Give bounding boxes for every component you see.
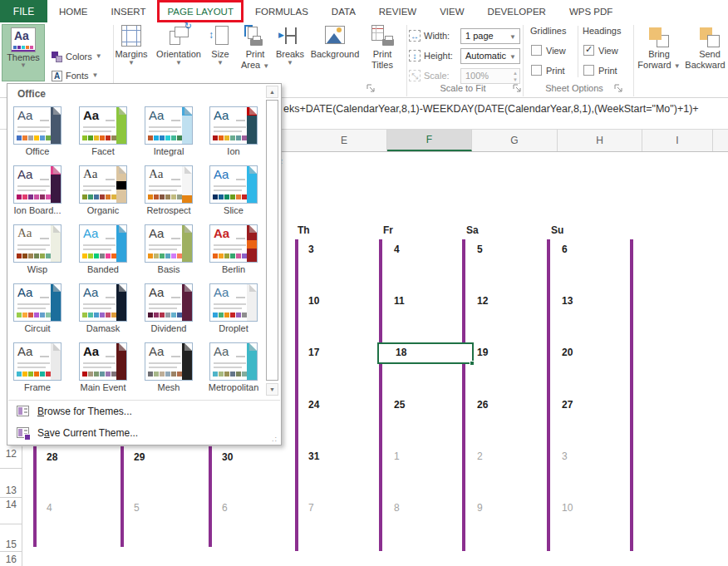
fill-handle[interactable] [470, 361, 475, 366]
calendar-day-cell[interactable]: 26 [477, 399, 488, 411]
theme-thumbnail-circuit[interactable]: Aa [13, 283, 61, 322]
page-setup-dialog-launcher[interactable] [366, 84, 376, 93]
breaks-button[interactable]: ▶ Breaks ▼ [273, 24, 307, 66]
calendar-day-cell[interactable]: 1 [394, 450, 400, 462]
tab-file[interactable]: FILE [0, 0, 47, 22]
calendar-day-cell[interactable]: 6 [562, 244, 568, 255]
calendar-day-cell[interactable]: 30 [222, 451, 233, 463]
headings-print-checkbox[interactable]: Print [583, 65, 617, 76]
calendar-day-cell[interactable]: 3 [308, 244, 314, 255]
headings-view-checkbox[interactable]: View [583, 45, 618, 56]
tab-insert[interactable]: INSERT [100, 0, 158, 22]
background-button[interactable]: Background [307, 24, 362, 60]
theme-thumbnail-slice[interactable]: Aa [209, 165, 258, 204]
orientation-button[interactable]: ↻ Orientation ▼ [153, 24, 204, 66]
calendar-day-cell[interactable]: 24 [308, 399, 319, 411]
column-header-f[interactable]: F [387, 130, 472, 151]
calendar-day-cell[interactable]: 17 [308, 347, 319, 358]
browse-for-themes-item[interactable]: Browse for Themes... [8, 401, 280, 422]
calendar-day-cell[interactable]: 3 [562, 450, 568, 462]
gridlines-print-checkbox[interactable]: Print [531, 65, 565, 76]
theme-thumbnail-mesh[interactable]: Aa [145, 342, 193, 381]
calendar-day-cell[interactable]: 31 [308, 450, 319, 462]
calendar-day-cell[interactable]: 11 [394, 295, 405, 307]
calendar-day-cell[interactable]: 13 [562, 295, 573, 307]
column-header-e[interactable]: E [302, 130, 387, 151]
theme-thumbnail-droplet[interactable]: Aa [209, 283, 258, 322]
theme-thumbnail-ion-board[interactable]: Aa [13, 165, 61, 204]
row-header-12[interactable]: 12 [6, 448, 17, 460]
row-header-14[interactable]: 14 [6, 499, 17, 510]
theme-thumbnail-banded[interactable]: Aa [79, 224, 127, 263]
theme-colors-button[interactable]: Colors ▼ [52, 48, 102, 65]
theme-fonts-button[interactable]: A Fonts ▼ [52, 67, 98, 84]
theme-thumbnail-organic[interactable]: Aa [79, 165, 127, 204]
height-dropdown[interactable]: Automatic▼ [460, 48, 520, 64]
theme-thumbnail-ion[interactable]: Aa [209, 106, 258, 145]
theme-thumbnail-retrospect[interactable]: Aa [145, 165, 193, 204]
theme-thumbnail-main-event[interactable]: Aa [79, 342, 127, 381]
column-header-h[interactable]: H [558, 130, 642, 151]
scroll-up-icon[interactable]: ▲ [266, 86, 278, 98]
scroll-down-icon[interactable]: ▼ [266, 383, 278, 396]
calendar-day-cell[interactable]: 10 [308, 295, 319, 307]
row-header-15[interactable]: 15 [6, 539, 17, 550]
row-header-16[interactable]: 16 [6, 554, 17, 565]
calendar-day-cell[interactable]: 4 [394, 244, 400, 255]
width-dropdown[interactable]: 1 page▼ [460, 28, 520, 44]
theme-thumbnail-office[interactable]: Aa [13, 106, 61, 145]
calendar-day-cell[interactable]: 9 [477, 502, 483, 514]
tab-home[interactable]: HOME [47, 0, 100, 22]
tab-data[interactable]: DATA [320, 0, 367, 22]
scale-spinner[interactable]: 100% ▲▼ [460, 68, 520, 84]
selected-cell[interactable]: 18 [377, 342, 474, 364]
theme-thumbnail-basis[interactable]: Aa [145, 224, 193, 263]
theme-thumbnail-metropolitan[interactable]: Aa [209, 342, 258, 381]
tab-view[interactable]: VIEW [428, 0, 475, 22]
size-button[interactable]: ↕ Size ▼ [204, 24, 236, 66]
theme-thumbnail-wisp[interactable]: Aa [13, 224, 61, 263]
column-header-g[interactable]: G [472, 130, 558, 151]
resize-grip-icon[interactable]: .: [272, 435, 278, 443]
column-header-i[interactable]: I [642, 130, 713, 151]
theme-thumbnail-berlin[interactable]: Aa [209, 224, 258, 263]
calendar-day-cell[interactable]: 7 [308, 502, 314, 514]
calendar-day-cell[interactable]: 28 [47, 451, 57, 463]
save-current-theme-item[interactable]: Save Current Theme... [8, 422, 280, 444]
print-area-button[interactable]: Print Area ▼ [238, 24, 273, 71]
theme-thumbnail-integral[interactable]: Aa [145, 106, 193, 145]
calendar-day-cell[interactable]: 29 [134, 451, 145, 463]
send-backward-button[interactable]: Send Backward ▼ [685, 27, 728, 71]
calendar-day-cell[interactable]: 19 [477, 347, 488, 358]
scale-to-fit-dialog-launcher[interactable] [513, 84, 522, 93]
calendar-day-cell[interactable]: 20 [562, 347, 573, 358]
bring-forward-button[interactable]: Bring Forward ▼ [636, 27, 682, 71]
theme-thumbnail-dividend[interactable]: Aa [145, 283, 193, 322]
scrollbar-thumb[interactable] [266, 100, 278, 381]
calendar-day-cell[interactable]: 2 [477, 450, 483, 462]
calendar-day-cell[interactable]: 25 [394, 399, 405, 411]
gridlines-view-checkbox[interactable]: View [531, 45, 566, 56]
calendar-day-cell[interactable]: 5 [477, 244, 483, 255]
tab-page-layout[interactable]: PAGE LAYOUT [157, 0, 243, 22]
themes-button[interactable]: Aa Themes ▼ [2, 24, 45, 81]
calendar-day-cell[interactable]: 8 [394, 502, 400, 514]
print-titles-button[interactable]: Print Titles [364, 24, 401, 71]
sheet-options-dialog-launcher[interactable] [614, 84, 623, 93]
row-header-13[interactable]: 13 [6, 485, 17, 496]
tab-developer[interactable]: DEVELOPER [476, 0, 558, 22]
formula-text[interactable]: eks+DATE(CalendarYear,8,1)-WEEKDAY(DATE(… [283, 103, 699, 115]
tab-wps-pdf[interactable]: WPS PDF [558, 0, 624, 22]
calendar-day-cell[interactable]: 6 [222, 502, 228, 514]
theme-thumbnail-damask[interactable]: Aa [79, 283, 127, 322]
calendar-day-cell[interactable]: 10 [562, 502, 573, 514]
calendar-day-cell[interactable]: 5 [134, 502, 140, 514]
theme-thumbnail-frame[interactable]: Aa [13, 342, 61, 381]
calendar-day-cell[interactable]: 4 [47, 502, 52, 514]
tab-review[interactable]: REVIEW [367, 0, 428, 22]
tab-formulas[interactable]: FORMULAS [243, 0, 320, 22]
calendar-day-cell[interactable]: 27 [562, 399, 573, 411]
calendar-day-cell[interactable]: 12 [477, 295, 488, 307]
theme-thumbnail-facet[interactable]: Aa [79, 106, 127, 145]
margins-button[interactable]: Margins ▼ [110, 24, 153, 66]
